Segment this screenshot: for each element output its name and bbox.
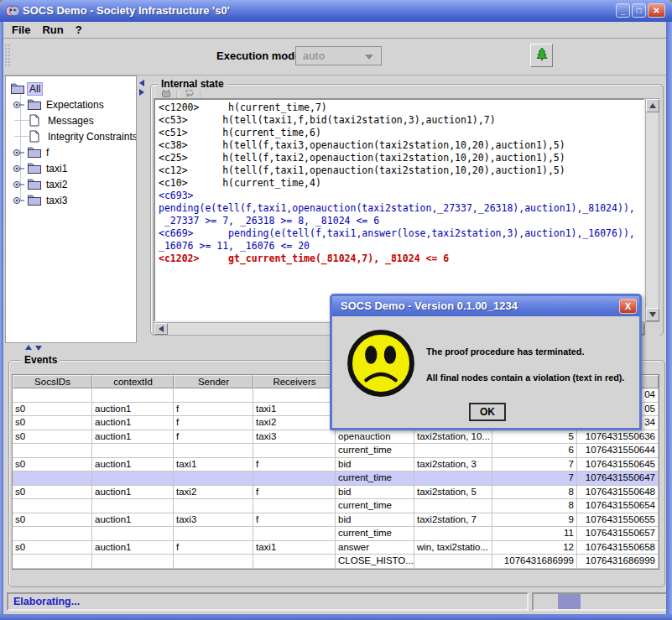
- vertical-splitter[interactable]: [137, 76, 147, 343]
- app-icon: [5, 3, 20, 18]
- expectations-tree: AllExpectationsMessagesIntegrity Constra…: [6, 81, 136, 208]
- close-button[interactable]: ✕: [648, 3, 665, 18]
- execution-mode-select[interactable]: auto: [295, 46, 382, 65]
- table-cell: s0: [13, 403, 92, 417]
- splitter-collapse-down-icon[interactable]: [35, 346, 42, 351]
- table-row[interactable]: current_time111076431550657: [13, 527, 659, 541]
- tree-item-taxi2[interactable]: taxi2: [6, 176, 136, 192]
- table-cell: [13, 444, 92, 458]
- toolbar-grip[interactable]: [4, 44, 12, 67]
- execution-mode-value: auto: [303, 50, 325, 62]
- table-cell: s0: [13, 416, 92, 430]
- table-row[interactable]: CLOSE_HISTO...10764316869991076431686999: [13, 555, 659, 569]
- table-cell: auction1: [92, 416, 174, 430]
- table-cell: 11: [492, 527, 577, 541]
- table-cell: f: [174, 430, 253, 445]
- tree-branch-line: [14, 136, 29, 137]
- table-row[interactable]: s0auction1taxi1fbidtaxi2station, 3710764…: [13, 458, 659, 472]
- table-cell: taxi1: [174, 458, 253, 472]
- table-cell: [414, 472, 492, 486]
- table-cell: 1076431550654: [577, 499, 659, 513]
- minimize-button[interactable]: _: [616, 3, 630, 18]
- table-cell: 1076431550657: [577, 527, 659, 541]
- tree-view-button[interactable]: [530, 44, 553, 67]
- tree-item-taxi1[interactable]: taxi1: [6, 160, 136, 176]
- expand-handle-icon[interactable]: [13, 164, 28, 173]
- scroll-up-button[interactable]: [646, 99, 659, 112]
- splitter-collapse-left-icon[interactable]: [139, 80, 144, 86]
- table-cell: 1076431550658: [577, 541, 659, 555]
- table-row[interactable]: s0auction1taxi3fbidtaxi2station, 7910764…: [13, 513, 659, 528]
- column-header-contextid[interactable]: contextId: [92, 375, 174, 388]
- down-arrow-icon: [649, 312, 656, 317]
- left-arrow-icon: [159, 326, 164, 332]
- table-cell: [13, 555, 92, 569]
- dialog-close-button[interactable]: X: [619, 299, 637, 314]
- table-cell: taxi2: [253, 416, 336, 430]
- table-row[interactable]: current_time61076431550644: [13, 444, 659, 458]
- scroll-left-button[interactable]: [154, 323, 168, 335]
- table-cell: taxi2station, 7: [414, 513, 492, 528]
- dialog-message-1: The proof procedure has terminated.: [426, 346, 584, 357]
- table-cell: f: [174, 403, 253, 417]
- table-cell: 1076431550644: [577, 444, 659, 458]
- table-cell: 1076431686999: [492, 555, 577, 569]
- ok-button[interactable]: OK: [469, 403, 506, 421]
- expand-handle-icon[interactable]: [13, 180, 28, 189]
- scroll-down-button[interactable]: [646, 308, 659, 321]
- table-cell: [13, 472, 92, 486]
- state-line: <c12> h(tell(f,taxi1,openauction(taxi2st…: [159, 164, 640, 177]
- table-cell: [174, 555, 253, 569]
- table-cell: [92, 527, 174, 541]
- title-bar[interactable]: SOCS Demo - Society Infrastructure 's0' …: [0, 0, 672, 22]
- vertical-scrollbar[interactable]: [645, 98, 659, 322]
- table-cell: win, taxi2statio...: [414, 541, 492, 555]
- table-cell: s0: [13, 541, 92, 555]
- column-header-receivers[interactable]: Receivers: [253, 375, 336, 388]
- table-row-selected[interactable]: current_time71076431550647: [13, 472, 659, 486]
- up-arrow-icon: [649, 103, 656, 108]
- table-cell: current_time: [336, 527, 414, 541]
- table-row[interactable]: current_time81076431550654: [13, 499, 659, 513]
- table-row[interactable]: s0auction1ftaxi3openauctiontaxi2station,…: [13, 430, 659, 445]
- dialog-title: SOCS Demo - Version 0.1.00_1234: [341, 296, 518, 316]
- sad-face-icon: [346, 328, 416, 399]
- dialog-title-bar[interactable]: SOCS Demo - Version 0.1.00_1234 X: [332, 296, 639, 316]
- table-cell: f: [174, 416, 253, 430]
- table-cell: 8: [492, 486, 577, 500]
- table-row[interactable]: s0auction1ftaxi1answerwin, taxi2statio..…: [13, 541, 659, 555]
- state-line: <c669> pending(e(tell(f,taxi1,answer(los…: [159, 227, 640, 240]
- menu-item-run[interactable]: Run: [42, 23, 63, 36]
- expand-handle-icon[interactable]: [13, 148, 28, 157]
- window-border-left: [0, 22, 3, 620]
- tree-item-messages[interactable]: Messages: [6, 112, 136, 128]
- table-cell: taxi2station, 5: [414, 486, 492, 500]
- splitter-collapse-up-icon[interactable]: [25, 345, 32, 350]
- table-cell: [253, 388, 336, 403]
- table-cell: bid: [336, 486, 414, 500]
- table-cell: taxi3: [174, 513, 253, 528]
- expand-handle-icon[interactable]: [13, 101, 28, 109]
- table-cell: auction1: [92, 513, 174, 528]
- menu-item-help[interactable]: ?: [76, 23, 82, 36]
- menu-item-file[interactable]: File: [12, 23, 30, 36]
- expand-handle-icon[interactable]: [13, 196, 28, 205]
- table-cell: 12: [492, 541, 577, 555]
- internal-state-text[interactable]: <c1200> h(current_time,7)<c53> h(tell(ta…: [154, 98, 645, 322]
- table-cell: f: [253, 513, 336, 528]
- tree-item-taxi3[interactable]: taxi3: [6, 192, 136, 208]
- tree-item-label: taxi1: [44, 163, 69, 175]
- table-row[interactable]: s0auction1taxi2fbidtaxi2station, 5810764…: [13, 486, 659, 500]
- tree-item-f[interactable]: f: [6, 144, 136, 160]
- table-cell: bid: [336, 458, 414, 472]
- table-cell: [414, 444, 492, 458]
- tree-item-all[interactable]: All: [6, 81, 136, 96]
- column-header-sender[interactable]: Sender: [174, 375, 253, 388]
- splitter-collapse-right-icon[interactable]: [139, 89, 144, 96]
- tree-item-expectations[interactable]: Expectations: [6, 96, 136, 112]
- column-header-socsids[interactable]: SocsIDs: [13, 375, 92, 388]
- state-line: pending(e(tell(f,taxi1,openauction(taxi2…: [159, 202, 640, 215]
- menu-bar: FileRun?: [3, 22, 666, 39]
- tree-item-integrity-constraints[interactable]: Integrity Constraints: [6, 128, 136, 144]
- maximize-button[interactable]: □: [632, 3, 646, 18]
